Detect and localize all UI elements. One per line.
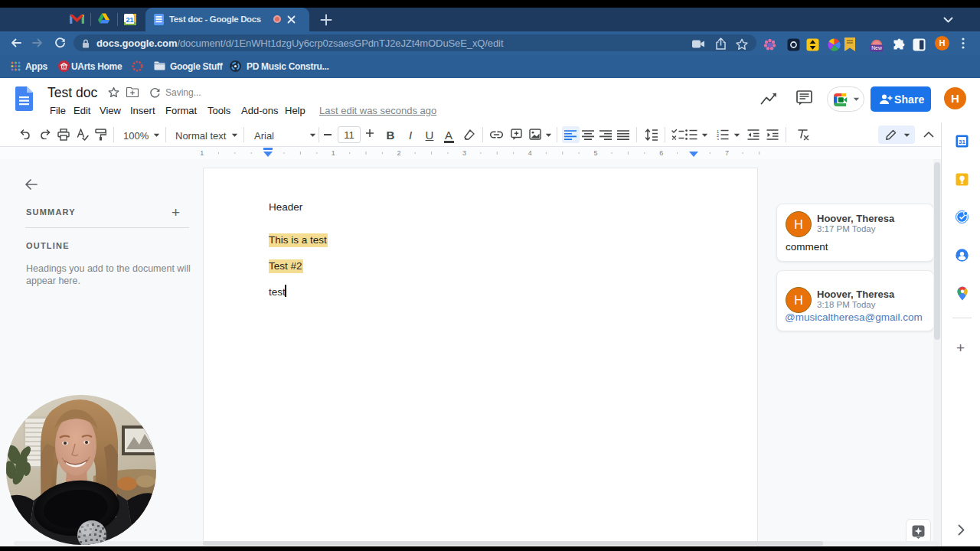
svg-text:1: 1 — [332, 149, 335, 157]
svg-text:5: 5 — [593, 149, 597, 157]
svg-text:7: 7 — [725, 149, 729, 157]
svg-text:4: 4 — [528, 149, 532, 157]
svg-text:31: 31 — [959, 139, 965, 145]
svg-text:3: 3 — [717, 138, 719, 141]
svg-text:6: 6 — [659, 149, 663, 157]
svg-text:1: 1 — [200, 149, 204, 157]
svg-text:3: 3 — [462, 149, 466, 157]
svg-text:2: 2 — [397, 149, 400, 157]
svg-text:21: 21 — [126, 16, 133, 24]
svg-text:New: New — [871, 45, 882, 51]
